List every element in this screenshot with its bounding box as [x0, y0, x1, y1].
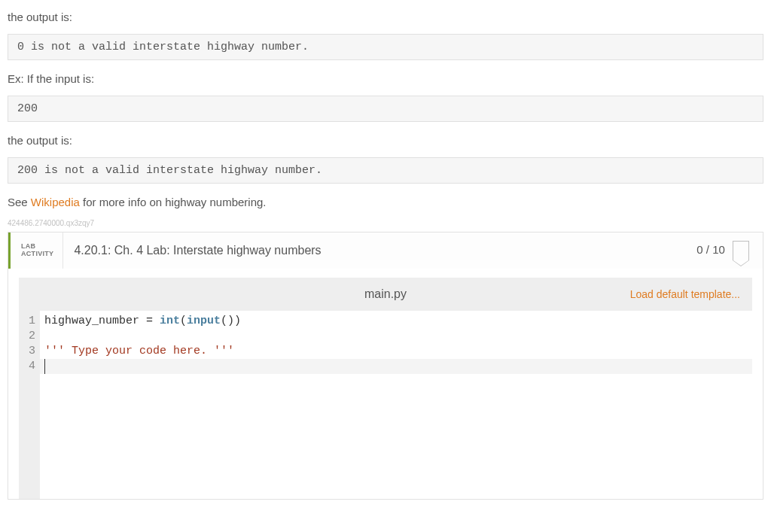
input-label: Ex: If the input is:	[8, 71, 763, 87]
editor-area: main.py Load default template... 1 2 3 4…	[8, 269, 763, 499]
see-after: for more info on highway numbering.	[80, 196, 267, 208]
token: ())	[221, 315, 241, 327]
code-line[interactable]: highway_number = int(input())	[44, 314, 752, 329]
lab-activity-label: LAB ACTIVITY	[11, 233, 63, 269]
lab-score: 0 / 10	[696, 241, 763, 260]
cursor-icon	[44, 359, 45, 374]
see-before: See	[8, 196, 31, 208]
code-line[interactable]	[44, 329, 752, 344]
token: int	[160, 315, 180, 327]
code-line[interactable]: ''' Type your code here. '''	[44, 344, 752, 359]
lab-activity-line2: ACTIVITY	[21, 251, 53, 258]
code-line[interactable]	[44, 359, 752, 374]
gutter-line: 1	[19, 314, 35, 329]
output-label-2: the output is:	[8, 132, 763, 148]
token: highway_number	[44, 315, 139, 327]
editor-tabbar: main.py Load default template...	[19, 278, 752, 311]
lab-header: LAB ACTIVITY 4.20.1: Ch. 4 Lab: Intersta…	[8, 233, 763, 269]
load-default-template-link[interactable]: Load default template...	[630, 288, 740, 300]
output-example-2: 200 is not a valid interstate highway nu…	[8, 157, 763, 184]
output-label-1: the output is:	[8, 9, 763, 25]
lab-panel: LAB ACTIVITY 4.20.1: Ch. 4 Lab: Intersta…	[8, 232, 763, 500]
gutter-line: 2	[19, 329, 35, 344]
token: input	[187, 315, 221, 327]
gutter-line: 4	[19, 359, 35, 374]
meta-id: 424486.2740000.qx3zqy7	[8, 219, 763, 227]
wikipedia-link[interactable]: Wikipedia	[31, 196, 80, 208]
output-example-1: 0 is not a valid interstate highway numb…	[8, 34, 763, 60]
lab-title: 4.20.1: Ch. 4 Lab: Interstate highway nu…	[63, 244, 696, 257]
score-badge-icon	[733, 241, 749, 260]
gutter-line: 3	[19, 344, 35, 359]
token: =	[139, 315, 160, 327]
editor-gutter: 1 2 3 4	[19, 311, 40, 499]
token: ''' Type your code here. '''	[44, 345, 234, 357]
code-lines[interactable]: highway_number = int(input()) ''' Type y…	[40, 311, 752, 499]
see-more-text: See Wikipedia for more info on highway n…	[8, 194, 763, 210]
code-editor[interactable]: 1 2 3 4 highway_number = int(input()) ''…	[19, 311, 752, 499]
input-example: 200	[8, 96, 763, 122]
lab-score-text: 0 / 10	[696, 243, 725, 256]
token: (	[180, 315, 187, 327]
